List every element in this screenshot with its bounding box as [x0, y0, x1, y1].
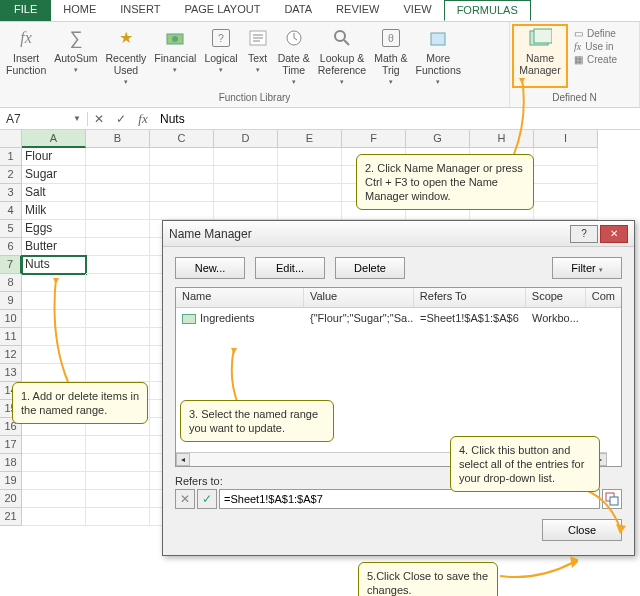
cell[interactable]: Eggs: [22, 220, 86, 238]
cell[interactable]: [86, 166, 150, 184]
column-header[interactable]: C: [150, 130, 214, 148]
tab-home[interactable]: HOME: [51, 0, 108, 21]
cell[interactable]: [86, 328, 150, 346]
cell[interactable]: [86, 346, 150, 364]
tab-data[interactable]: DATA: [272, 0, 324, 21]
cell[interactable]: [86, 274, 150, 292]
list-item[interactable]: Ingredients {"Flour";"Sugar";"Sa... =She…: [176, 308, 621, 328]
cell[interactable]: [86, 202, 150, 220]
row-header[interactable]: 6: [0, 238, 22, 256]
column-header[interactable]: G: [406, 130, 470, 148]
cell[interactable]: [534, 202, 598, 220]
define-name-button[interactable]: ▭Define: [574, 28, 617, 39]
col-header-value[interactable]: Value: [304, 288, 414, 307]
cell[interactable]: [22, 436, 86, 454]
cell[interactable]: [86, 364, 150, 382]
row-header[interactable]: 11: [0, 328, 22, 346]
delete-button[interactable]: Delete: [335, 257, 405, 279]
cell[interactable]: Milk: [22, 202, 86, 220]
cell[interactable]: [86, 256, 150, 274]
tab-review[interactable]: REVIEW: [324, 0, 391, 21]
row-header[interactable]: 9: [0, 292, 22, 310]
cell[interactable]: [86, 184, 150, 202]
cell[interactable]: [534, 184, 598, 202]
recently-used-button[interactable]: ★ Recently Used▾: [101, 24, 150, 88]
column-header[interactable]: F: [342, 130, 406, 148]
refers-accept-button[interactable]: ✓: [197, 489, 217, 509]
row-header[interactable]: 4: [0, 202, 22, 220]
col-header-name[interactable]: Name: [176, 288, 304, 307]
edit-button[interactable]: Edit...: [255, 257, 325, 279]
select-all-corner[interactable]: [0, 130, 22, 148]
cell[interactable]: [278, 148, 342, 166]
scroll-left-button[interactable]: ◂: [176, 453, 190, 466]
refers-cancel-button[interactable]: ✕: [175, 489, 195, 509]
cell[interactable]: [86, 148, 150, 166]
cell[interactable]: Flour: [22, 148, 86, 166]
cell[interactable]: Salt: [22, 184, 86, 202]
cell[interactable]: [86, 292, 150, 310]
row-header[interactable]: 18: [0, 454, 22, 472]
row-header[interactable]: 7: [0, 256, 22, 274]
row-header[interactable]: 21: [0, 508, 22, 526]
cell[interactable]: Butter: [22, 238, 86, 256]
cell[interactable]: [150, 184, 214, 202]
math-trig-button[interactable]: θ Math & Trig▾: [370, 24, 411, 88]
column-header[interactable]: D: [214, 130, 278, 148]
row-header[interactable]: 17: [0, 436, 22, 454]
cell[interactable]: [534, 148, 598, 166]
cell[interactable]: [22, 508, 86, 526]
col-header-comment[interactable]: Com: [586, 288, 621, 307]
financial-button[interactable]: Financial▾: [150, 24, 200, 88]
cell[interactable]: [22, 454, 86, 472]
cancel-formula-button[interactable]: ✕: [88, 112, 110, 126]
cell[interactable]: [22, 490, 86, 508]
help-button[interactable]: ?: [570, 225, 598, 243]
cell[interactable]: Nuts: [22, 256, 86, 274]
col-header-refers-to[interactable]: Refers To: [414, 288, 526, 307]
date-time-button[interactable]: Date & Time▾: [274, 24, 314, 88]
enter-formula-button[interactable]: ✓: [110, 112, 132, 126]
row-header[interactable]: 5: [0, 220, 22, 238]
row-header[interactable]: 13: [0, 364, 22, 382]
cell[interactable]: [86, 490, 150, 508]
window-close-button[interactable]: ✕: [600, 225, 628, 243]
row-header[interactable]: 12: [0, 346, 22, 364]
cell[interactable]: [214, 148, 278, 166]
more-functions-button[interactable]: More Functions▾: [411, 24, 465, 88]
col-header-scope[interactable]: Scope: [526, 288, 586, 307]
refers-to-input[interactable]: [219, 489, 600, 509]
cell[interactable]: [86, 472, 150, 490]
cell[interactable]: [150, 202, 214, 220]
tab-page-layout[interactable]: PAGE LAYOUT: [172, 0, 272, 21]
tab-insert[interactable]: INSERT: [108, 0, 172, 21]
filter-button[interactable]: Filter ▾: [552, 257, 622, 279]
row-header[interactable]: 19: [0, 472, 22, 490]
cell[interactable]: [86, 436, 150, 454]
cell[interactable]: [86, 310, 150, 328]
row-header[interactable]: 10: [0, 310, 22, 328]
cell[interactable]: [86, 220, 150, 238]
cell[interactable]: [86, 508, 150, 526]
lookup-reference-button[interactable]: Lookup & Reference▾: [314, 24, 370, 88]
fx-icon[interactable]: fx: [132, 111, 154, 127]
new-button[interactable]: New...: [175, 257, 245, 279]
column-header[interactable]: A: [22, 130, 86, 148]
cell[interactable]: [214, 202, 278, 220]
column-header[interactable]: B: [86, 130, 150, 148]
row-header[interactable]: 2: [0, 166, 22, 184]
row-header[interactable]: 3: [0, 184, 22, 202]
name-box[interactable]: A7▼: [0, 112, 88, 126]
cell[interactable]: [278, 166, 342, 184]
cell[interactable]: [214, 166, 278, 184]
cell[interactable]: [86, 454, 150, 472]
dialog-titlebar[interactable]: Name Manager ? ✕: [163, 221, 634, 247]
column-header[interactable]: E: [278, 130, 342, 148]
cell[interactable]: Sugar: [22, 166, 86, 184]
cell[interactable]: [150, 166, 214, 184]
cell[interactable]: [86, 238, 150, 256]
tab-formulas[interactable]: FORMULAS: [444, 0, 531, 21]
column-header[interactable]: I: [534, 130, 598, 148]
row-header[interactable]: 20: [0, 490, 22, 508]
row-header[interactable]: 8: [0, 274, 22, 292]
